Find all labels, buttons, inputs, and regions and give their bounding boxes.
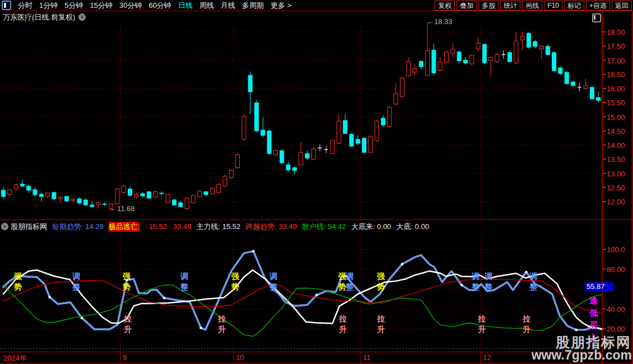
price-axis-label: 17.00 [607, 57, 632, 65]
series-marker [315, 294, 318, 296]
signal-label: 调整 [345, 271, 354, 292]
indicator-axis-label: 20.00 [607, 325, 632, 333]
price-axis-label: 16.00 [607, 85, 632, 93]
watermark-site-url: www.7gpzb.com [532, 348, 632, 363]
indicator-header-segment: 大底: 0.00 [396, 222, 429, 232]
signal-label: 调整 [484, 271, 493, 292]
series-marker [525, 271, 527, 273]
indicator-axis-label: 40.00 [607, 305, 632, 314]
signal-label: 拉升 [477, 314, 486, 335]
signal-label: 拉升 [217, 314, 226, 335]
x-axis-label: 10 [236, 353, 244, 362]
price-axis-label: 14.50 [607, 127, 632, 136]
price-axis-label: 15.50 [607, 99, 632, 107]
price-axis-label: 13.50 [607, 155, 632, 164]
indicator-lines-layer[interactable] [3, 250, 602, 337]
price-axis-label: 12.50 [607, 184, 632, 192]
series-marker [252, 250, 254, 253]
series-marker [200, 326, 202, 329]
signal-label: 拉升 [338, 314, 347, 335]
indicator-header-segment: 主力线: 15.52 [197, 222, 241, 232]
indicator-header-segment: 大底来: 0.00 [351, 222, 392, 232]
signal-label: 强势 [376, 271, 385, 292]
price-axis-label: 14.00 [607, 141, 632, 150]
indicator-header-segment: 股朋指标网 [11, 222, 47, 232]
price-axis-label: 17.50 [607, 42, 632, 50]
chart-canvas[interactable] [0, 0, 633, 364]
chevron-down-circle-icon[interactable]: ˅ [1, 223, 8, 230]
signal-label: 调整 [471, 271, 480, 292]
x-axis-label: 12 [483, 353, 491, 362]
indicator-header-segment: 散户线: 54.42 [302, 222, 346, 232]
series-marker [81, 317, 83, 319]
x-axis-label: 2024年 [3, 353, 27, 363]
x-axis-label: 9 [123, 353, 127, 362]
signal-label: 强势 [122, 271, 131, 292]
indicator-header-segment: 跨越趋势: 33.49 [245, 222, 297, 232]
trading-terminal: 分时1分钟5分钟15分钟30分钟60分钟日线周线月线多周期更多 > 复权叠加多股… [0, 0, 633, 364]
series-marker [48, 296, 50, 298]
indicator-header: ˅ 股朋指标网短期趋势: 14.29极品逃亡:: 15.52 : 33.49主力… [0, 221, 602, 232]
signal-label: 调整 [72, 271, 81, 292]
price-axis-label: 15.00 [607, 113, 632, 122]
series-marker [460, 284, 463, 286]
price-axis-label: 18.00 [607, 28, 632, 36]
indicator-axis-label: 100.0 [607, 245, 632, 254]
signal-label: 强势 [13, 271, 22, 292]
signal-label: 调整 [529, 271, 538, 292]
indicator-axis-label: 80.00 [607, 265, 632, 274]
low-annotation: ←11.68 [110, 204, 135, 213]
candlestick-layer[interactable] [2, 22, 601, 211]
signal-label: 拉升 [376, 314, 385, 335]
series-marker [575, 329, 578, 331]
indicator-header-segment: 极品逃亡: [109, 222, 140, 232]
indicator-header-segment: : 15.52 : 33.49 [145, 222, 191, 231]
price-axis-label: 16.50 [607, 71, 632, 79]
price-axis-label: 12.00 [607, 198, 632, 206]
lower-gridlines [0, 249, 606, 349]
price-axis-label: 13.00 [607, 170, 632, 178]
signal-label: 拉升 [522, 314, 531, 335]
series-marker [163, 297, 165, 299]
signal-label: 调整 [269, 271, 278, 292]
high-annotation: ←18.33 [427, 17, 453, 26]
frame-lines [0, 12, 633, 364]
indicator-header-segment: 短期趋势: 14.29 [52, 222, 104, 232]
current-value-badge: 55.87 [585, 282, 614, 291]
series-marker [401, 263, 403, 265]
x-axis-label: 11 [363, 353, 371, 362]
signal-label: 强势 [231, 271, 240, 292]
signal-label: 调整 [180, 271, 189, 292]
series-main-force-line [3, 270, 602, 329]
signal-label: 拉升 [123, 314, 132, 335]
